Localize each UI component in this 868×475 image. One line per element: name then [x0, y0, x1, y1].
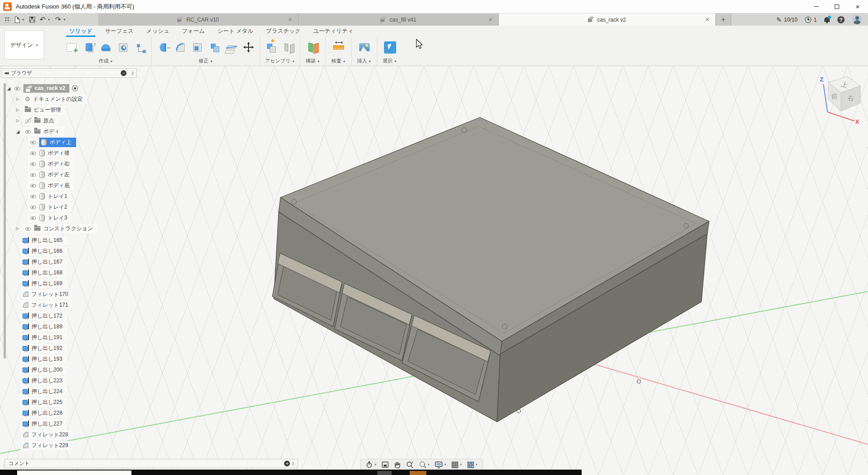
- feature-extrude-225[interactable]: 押し出し225: [21, 397, 67, 407]
- minimize-button[interactable]: [806, 0, 827, 13]
- construct-plane-button[interactable]: [303, 38, 323, 57]
- tree-body-top[interactable]: ボディ上: [28, 137, 76, 147]
- visibility-eye-icon[interactable]: [25, 128, 32, 134]
- visibility-eye-icon[interactable]: [30, 139, 36, 145]
- feature-extrude-200[interactable]: 押し出し200: [21, 365, 67, 375]
- select-menu[interactable]: 選択 ▼: [380, 58, 400, 65]
- tree-root-cas-rack[interactable]: ◢ cas_rack v2: [6, 83, 78, 93]
- feature-fillet-228[interactable]: フィレット228: [21, 430, 72, 439]
- modify-menu[interactable]: 修正 ▼: [154, 58, 257, 65]
- model-canvas[interactable]: [0, 66, 868, 475]
- feature-fillet-170[interactable]: フィレット170: [21, 289, 72, 299]
- drawer-cabinet-model[interactable]: [272, 117, 709, 422]
- construct-menu[interactable]: 構築 ▼: [303, 58, 323, 65]
- feature-extrude-165[interactable]: 押し出し165: [21, 235, 67, 245]
- visibility-eye-icon[interactable]: [30, 171, 36, 178]
- browser-scrollbar[interactable]: [4, 83, 6, 358]
- history-counter[interactable]: 1: [805, 17, 817, 23]
- close-tab-icon[interactable]: ✕: [705, 16, 710, 23]
- insert-canvas-button[interactable]: [354, 38, 374, 57]
- collapse-panel-icon[interactable]: ◀◀: [4, 71, 8, 75]
- visibility-eye-off-icon[interactable]: [25, 117, 32, 124]
- viewports-button[interactable]: ▼: [466, 461, 479, 469]
- visibility-eye-icon[interactable]: [30, 182, 36, 188]
- app-grid-icon[interactable]: [5, 17, 10, 22]
- insert-menu[interactable]: 挿入 ▼: [354, 58, 374, 65]
- doc-tab-rc-car[interactable]: RC_CAR v10 ✕: [98, 13, 298, 26]
- expand-icon[interactable]: ◢: [6, 86, 11, 91]
- tree-bodies-folder[interactable]: ◢ ボディ: [15, 126, 64, 136]
- help-icon[interactable]: ?: [837, 16, 845, 23]
- feature-extrude-227[interactable]: 押し出し227: [21, 419, 67, 429]
- expand-icon[interactable]: ▷: [15, 97, 20, 101]
- tab-mesh[interactable]: メッシュ: [140, 26, 176, 37]
- feature-extrude-167[interactable]: 押し出し167: [21, 257, 67, 267]
- activate-component-icon[interactable]: [72, 85, 78, 91]
- viewport-3d[interactable]: ◀◀ ブラウザ − ‖ ◢ cas_rack v2 ▷ ⚙ドキュメントの設定 ▷…: [0, 66, 868, 475]
- tree-named-views[interactable]: ▷ ビュー管理: [15, 105, 66, 115]
- tree-origin[interactable]: ▷ 原点: [15, 116, 59, 125]
- feature-extrude-168[interactable]: 押し出し168: [21, 268, 67, 278]
- visibility-eye-icon[interactable]: [30, 193, 36, 199]
- comment-panel[interactable]: コメント + ‖: [5, 459, 298, 468]
- tab-form[interactable]: フォーム: [176, 26, 211, 37]
- tree-tray-1[interactable]: トレイ1: [28, 191, 72, 201]
- tab-surface[interactable]: サーフェス: [99, 26, 140, 37]
- tree-document-settings[interactable]: ▷ ⚙ドキュメントの設定: [15, 94, 87, 104]
- pattern-button[interactable]: [131, 38, 149, 57]
- visibility-eye-icon[interactable]: [30, 150, 36, 156]
- measure-button[interactable]: [329, 38, 348, 57]
- maximize-button[interactable]: [827, 0, 847, 13]
- feature-extrude-224[interactable]: 押し出し224: [21, 386, 67, 396]
- select-button[interactable]: [380, 38, 400, 57]
- expand-icon[interactable]: ◢: [15, 129, 20, 134]
- combine-button[interactable]: [206, 38, 223, 57]
- visibility-eye-icon[interactable]: [25, 225, 32, 232]
- feature-fillet-229[interactable]: フィレット229: [21, 440, 72, 450]
- joint-button[interactable]: [280, 38, 297, 57]
- close-tab-icon[interactable]: ✕: [288, 16, 293, 23]
- tree-tray-2[interactable]: トレイ2: [28, 202, 72, 212]
- tab-solid[interactable]: ソリッド: [63, 26, 99, 37]
- feature-extrude-189[interactable]: 押し出し189: [21, 322, 67, 332]
- panel-grip-handle[interactable]: ‖: [292, 461, 294, 466]
- undo-icon[interactable]: ↶: [40, 16, 45, 23]
- split-body-button[interactable]: [223, 38, 240, 57]
- panel-grip-handle[interactable]: ‖: [131, 71, 134, 76]
- visibility-eye-icon[interactable]: [30, 161, 36, 167]
- feature-extrude-192[interactable]: 押し出し192: [21, 343, 67, 353]
- viewcube[interactable]: 上 前 右 Z X: [809, 71, 868, 125]
- display-settings-button[interactable]: ▼: [433, 461, 448, 469]
- panel-collapse-button[interactable]: −: [121, 70, 127, 76]
- new-tab-button[interactable]: +: [716, 13, 731, 26]
- feature-extrude-226[interactable]: 押し出し226: [21, 408, 67, 418]
- save-icon[interactable]: [29, 17, 35, 22]
- file-menu-icon[interactable]: [15, 17, 20, 23]
- expand-icon[interactable]: ▷: [15, 118, 20, 123]
- feature-fillet-171[interactable]: フィレット171: [21, 300, 72, 310]
- doc-tab-cas-rack[interactable]: cas_rack v2 ✕: [499, 13, 716, 26]
- tab-plastic[interactable]: プラスチック: [260, 26, 307, 37]
- create-menu[interactable]: 作成 ▼: [63, 58, 149, 65]
- redo-icon[interactable]: ↷: [55, 16, 61, 23]
- browser-panel-header[interactable]: ◀◀ ブラウザ − ‖: [1, 68, 137, 78]
- assemble-menu[interactable]: アセンブリ ▼: [263, 58, 297, 65]
- edits-counter[interactable]: ✎ 10/10: [777, 16, 798, 23]
- visibility-eye-icon[interactable]: [30, 204, 36, 210]
- zoom-window-button[interactable]: ▼: [417, 461, 431, 469]
- tree-body-back[interactable]: ボディ後: [28, 148, 74, 158]
- shell-button[interactable]: [189, 38, 206, 57]
- visibility-eye-icon[interactable]: [30, 215, 36, 221]
- close-button[interactable]: ×: [847, 0, 868, 13]
- feature-extrude-193[interactable]: 押し出し193: [21, 354, 67, 364]
- feature-extrude-169[interactable]: 押し出し169: [21, 278, 67, 288]
- tab-sheetmetal[interactable]: シート メタル: [211, 26, 260, 37]
- move-button[interactable]: [240, 38, 257, 57]
- revolve-button[interactable]: [97, 38, 114, 57]
- new-component-button[interactable]: [263, 38, 280, 57]
- pan-button[interactable]: [392, 461, 402, 469]
- inspect-menu[interactable]: 検査 ▼: [329, 58, 348, 65]
- close-tab-icon[interactable]: ✕: [488, 16, 493, 23]
- tree-body-bottom[interactable]: ボディ底: [28, 180, 74, 190]
- hole-button[interactable]: [114, 38, 131, 57]
